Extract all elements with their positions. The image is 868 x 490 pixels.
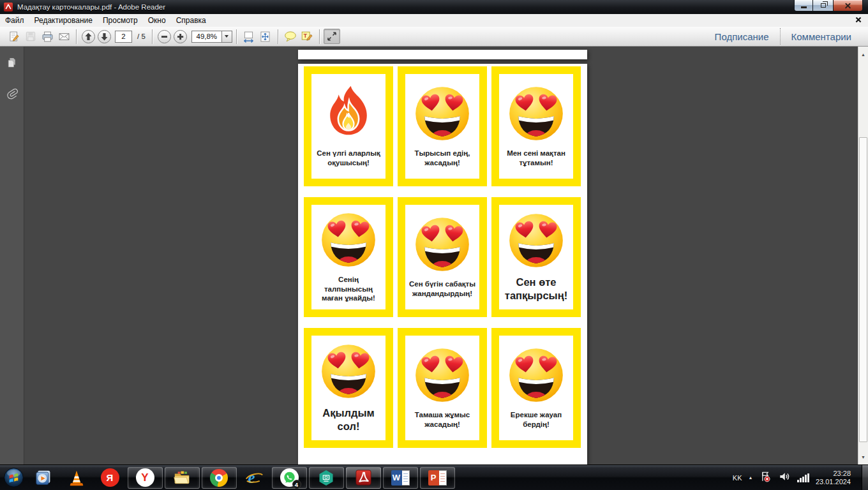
taskbar-button-powerpoint[interactable]: P bbox=[420, 467, 455, 489]
window-titlebar: Мадақтау карточкалары.pdf - Adobe Reader bbox=[0, 0, 868, 14]
taskbar-button-file-explorer[interactable] bbox=[165, 467, 200, 489]
start-button[interactable] bbox=[0, 465, 27, 490]
menu-window[interactable]: Окно bbox=[143, 14, 171, 27]
heart-eyes-emoji bbox=[507, 212, 565, 269]
restore-button[interactable] bbox=[813, 0, 834, 11]
zoom-level-value[interactable]: 49,8% bbox=[191, 31, 221, 43]
comment-bubble-button[interactable] bbox=[282, 29, 299, 44]
previous-page-button[interactable] bbox=[82, 30, 95, 43]
clock-time: 23:28 bbox=[816, 470, 851, 478]
document-area: Сен үлгі аларлық оқушысың! Тырысып едің,… bbox=[24, 47, 858, 464]
page-total-label: / 5 bbox=[137, 33, 146, 40]
next-page-button[interactable] bbox=[98, 30, 111, 43]
action-center-flag-icon[interactable] bbox=[759, 470, 772, 486]
praise-card-text: Сенің талпынысың маған ұнайды! bbox=[315, 275, 382, 304]
fit-page-button[interactable] bbox=[257, 29, 274, 44]
pdf-page-1-bottom-edge bbox=[298, 50, 587, 59]
praise-card-inner: Мен сені мақтан тұтамын! bbox=[499, 74, 573, 179]
taskbar-button-adobe-reader[interactable] bbox=[346, 467, 381, 489]
vertical-scrollbar[interactable]: ▲ ▼ bbox=[858, 47, 868, 464]
minimize-button[interactable] bbox=[794, 0, 813, 11]
menu-view[interactable]: Просмотр bbox=[98, 14, 143, 27]
volume-icon[interactable] bbox=[778, 470, 791, 486]
praise-card: Ерекше жауап бердің! bbox=[491, 328, 581, 448]
taskbar-button-yandex-browser[interactable]: Y bbox=[128, 467, 163, 489]
praise-card-text: Ақылдым сол! bbox=[315, 406, 382, 433]
taskbar-button-chrome[interactable] bbox=[202, 467, 237, 489]
taskbar-button-word[interactable]: W bbox=[383, 467, 418, 489]
signing-panel-button[interactable]: Подписание bbox=[704, 31, 780, 42]
praise-card: Ақылдым сол! bbox=[304, 328, 393, 448]
praise-card-inner: Тырысып едің, жасадың! bbox=[405, 74, 479, 179]
toolbar-separator bbox=[152, 29, 153, 44]
praise-card-text: Сен үлгі аларлық оқушысың! bbox=[315, 149, 382, 168]
pdf-page-2: Сен үлгі аларлық оқушысың! Тырысып едің,… bbox=[298, 64, 587, 464]
heart-eyes-emoji bbox=[414, 216, 471, 273]
svg-text:e: e bbox=[248, 469, 255, 486]
email-button[interactable] bbox=[56, 29, 72, 44]
network-signal-icon[interactable] bbox=[797, 473, 809, 482]
show-hidden-icons-chevron[interactable]: ▲ bbox=[749, 475, 753, 480]
scroll-down-arrow[interactable]: ▼ bbox=[858, 452, 868, 462]
menu-bar: Файл Редактирование Просмотр Окно Справк… bbox=[0, 14, 868, 27]
pdf-file-icon bbox=[4, 3, 13, 11]
clock-date: 23.01.2024 bbox=[816, 478, 851, 486]
fit-width-button[interactable] bbox=[241, 29, 257, 44]
clock[interactable]: 23:28 23.01.2024 bbox=[816, 470, 851, 486]
praise-card-text: Тырысып едің, жасадың! bbox=[408, 149, 476, 168]
close-icon bbox=[844, 2, 851, 9]
attachments-paperclip-icon[interactable] bbox=[3, 84, 20, 102]
show-desktop-button[interactable] bbox=[862, 465, 868, 490]
taskbar-button-internet-explorer[interactable]: e bbox=[239, 467, 270, 489]
menu-file[interactable]: Файл bbox=[0, 14, 29, 27]
praise-card: Тырысып едің, жасадың! bbox=[398, 66, 487, 186]
taskbar-button-yandex-search[interactable]: Я bbox=[94, 467, 126, 489]
adobe-reader-icon bbox=[354, 468, 373, 487]
powerpoint-icon: P bbox=[428, 470, 447, 486]
praise-card-text: Мен сені мақтан тұтамын! bbox=[502, 149, 570, 168]
language-indicator[interactable]: KK bbox=[733, 474, 742, 482]
taskbar-button-vlc[interactable] bbox=[61, 467, 93, 489]
praise-card-inner: Ақылдым сол! bbox=[311, 336, 385, 440]
text-annotation-button[interactable]: T bbox=[299, 29, 315, 44]
praise-card-inner: Сен бүгін сабақты жандандырдың! bbox=[405, 205, 479, 309]
page-thumbnails-icon[interactable] bbox=[4, 55, 20, 70]
vlc-icon bbox=[67, 468, 86, 487]
whatsapp-badge: 4 bbox=[292, 480, 301, 489]
toolbar-separator bbox=[278, 29, 278, 44]
praise-card-inner: Тамаша жұмыс жасадың! bbox=[405, 336, 479, 440]
zoom-out-button[interactable] bbox=[158, 30, 171, 43]
comments-panel-button[interactable]: Комментарии bbox=[781, 31, 862, 42]
print-button[interactable] bbox=[39, 29, 56, 44]
desktop-screen: Мадақтау карточкалары.pdf - Adobe Reader… bbox=[0, 0, 868, 490]
page-number-input[interactable] bbox=[115, 31, 132, 43]
scroll-up-arrow[interactable]: ▲ bbox=[858, 49, 868, 59]
toolbar-separator bbox=[236, 29, 237, 44]
word-icon: W bbox=[391, 470, 410, 486]
taskbar-button-windows-media-player[interactable] bbox=[28, 467, 59, 489]
taskbar-button-whatsapp[interactable]: 4 bbox=[272, 467, 307, 489]
minimize-icon bbox=[801, 6, 807, 8]
window-controls bbox=[794, 0, 863, 11]
zoom-dropdown-button[interactable] bbox=[221, 31, 232, 43]
praise-card-text: Сен өте тапқырсың! bbox=[502, 276, 570, 302]
praise-card: Сен үлгі аларлық оқушысың! bbox=[304, 66, 393, 186]
heart-eyes-emoji bbox=[414, 85, 471, 142]
whatsapp-icon: 4 bbox=[280, 468, 299, 487]
save-button[interactable] bbox=[22, 29, 39, 44]
close-document-icon[interactable] bbox=[855, 17, 862, 23]
chrome-icon bbox=[210, 469, 228, 487]
praise-card: Сен өте тапқырсың! bbox=[491, 197, 581, 317]
fullscreen-button[interactable] bbox=[324, 29, 340, 44]
menu-help[interactable]: Справка bbox=[171, 14, 211, 27]
praise-card: Сен бүгін сабақты жандандырдың! bbox=[398, 197, 487, 317]
scrollbar-thumb[interactable] bbox=[859, 137, 867, 442]
close-button[interactable] bbox=[834, 0, 863, 11]
menu-edit[interactable]: Редактирование bbox=[29, 14, 98, 27]
taskbar-button-security-app[interactable] bbox=[309, 467, 344, 489]
security-app-icon bbox=[317, 468, 336, 487]
sign-document-button[interactable] bbox=[6, 29, 22, 44]
toolbar: / 5 49,8% T Подписание Коммен bbox=[0, 27, 868, 47]
zoom-in-button[interactable] bbox=[174, 30, 187, 43]
heart-eyes-emoji bbox=[507, 85, 565, 142]
